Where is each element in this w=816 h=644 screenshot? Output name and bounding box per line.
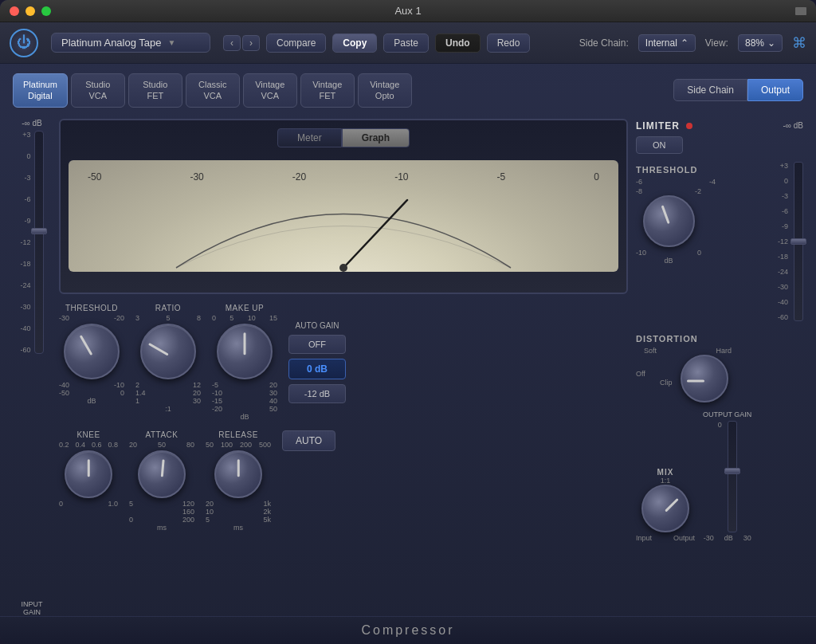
auto-gain-neg-button[interactable]: -12 dB — [288, 384, 346, 403]
threshold-bot-left: -50 — [59, 389, 69, 397]
auto-gain-section: AUTO GAIN OFF 0 dB -12 dB — [288, 304, 346, 403]
ratio-knob-group: RATIO 3 5 8 2 12 — [135, 304, 201, 413]
meter-tab-graph[interactable]: Graph — [342, 128, 410, 147]
output-button[interactable]: Output — [747, 79, 803, 101]
window-title: Aux 1 — [394, 5, 421, 17]
limiter-on-button[interactable]: ON — [636, 136, 683, 154]
knee-knob[interactable] — [65, 450, 112, 498]
ratio-knob[interactable] — [140, 324, 196, 379]
fader-scale-neg30: -30 — [20, 303, 30, 311]
attack-scale-bot2: 160 — [129, 508, 194, 516]
copy-button[interactable]: Copy — [332, 33, 377, 53]
preset-tab-studio-fet[interactable]: StudioFET — [128, 73, 182, 108]
meter-tab-meter[interactable]: Meter — [277, 128, 342, 147]
limiter-row: LIMITER -∞ dB — [636, 120, 803, 132]
preset-tab-vintage-fet[interactable]: VintageFET — [300, 73, 355, 108]
minimize-button[interactable] — [26, 6, 35, 16]
makeup-knob-indicator — [244, 332, 246, 355]
release-knob[interactable] — [214, 450, 262, 498]
attack-scale-bot3: 0 200 — [129, 516, 194, 524]
preset-tab-classic-vca[interactable]: ClassicVCA — [186, 73, 240, 108]
right-fader-strip: +3 0 -3 -6 -9 -12 -18 -24 -30 -40 -60 — [778, 162, 803, 321]
input-gain-strip: -∞ dB +3 0 -3 -6 -9 -12 -18 -24 -30 — [13, 119, 51, 616]
threshold-scale-mid: -40 -10 — [59, 381, 124, 389]
distortion-knob[interactable] — [681, 355, 728, 402]
attack-knob[interactable] — [138, 450, 186, 498]
threshold-unit: dB — [87, 397, 96, 405]
release-auto-button[interactable]: AUTO — [282, 430, 335, 451]
right-fader-handle[interactable] — [790, 238, 806, 245]
window-controls-right — [795, 7, 806, 15]
makeup-s2: 5 — [230, 314, 233, 322]
fader-scale-neg18: -18 — [20, 260, 30, 268]
right-threshold-scale1: -6 -4 — [636, 178, 716, 186]
view-label: View: — [705, 37, 728, 49]
maximize-button[interactable] — [41, 6, 51, 16]
output-fader-track[interactable] — [728, 421, 737, 532]
fader-scale-3: +3 — [22, 131, 30, 139]
fader-scale-neg9: -9 — [24, 217, 30, 225]
right-threshold-knob-indicator — [661, 206, 670, 224]
right-fader-track[interactable] — [794, 162, 803, 321]
side-chain-button[interactable]: Side Chain — [673, 79, 747, 101]
preset-tab-vintage-opto[interactable]: VintageOpto — [358, 73, 412, 108]
right-threshold-knob-container: -8 -2 -10 0 dB — [636, 187, 701, 265]
preset-tab-vintage-vca[interactable]: VintageVCA — [243, 73, 297, 108]
mix-knob[interactable] — [641, 485, 689, 532]
undo-button[interactable]: Undo — [435, 33, 481, 53]
right-threshold-knob[interactable] — [643, 195, 695, 247]
output-max: 30 — [743, 534, 751, 542]
makeup-bot6: 40 — [269, 397, 277, 405]
limiter-right-label: -∞ dB — [783, 121, 803, 130]
distortion-knob-indicator — [687, 380, 704, 383]
close-button[interactable] — [10, 6, 19, 16]
threshold-knob-indicator — [80, 335, 93, 355]
auto-gain-off-button[interactable]: OFF — [288, 335, 346, 354]
threshold-mid-right: -10 — [114, 381, 124, 389]
vu-label-neg50: -50 — [88, 171, 101, 183]
knee-top-r: 0.4 — [75, 441, 85, 449]
ratio-knob-label: RATIO — [155, 304, 181, 312]
window-minimize-icon[interactable] — [795, 7, 806, 15]
threshold-scale-bot: -50 0 — [59, 389, 124, 397]
svg-line-0 — [343, 200, 407, 268]
preset-tabs: PlatinumDigital StudioVCA StudioFET Clas… — [13, 73, 803, 108]
nav-prev-button[interactable]: ‹ — [223, 35, 241, 51]
threshold-top-left: -30 — [59, 314, 69, 322]
view-select[interactable]: 88% ⌄ — [738, 34, 783, 52]
side-chain-select[interactable]: Internal ⌃ — [638, 34, 696, 52]
power-button[interactable]: ⏻ — [10, 29, 38, 57]
redo-button[interactable]: Redo — [487, 33, 531, 53]
makeup-s1: 0 — [212, 314, 216, 322]
limiter-label: LIMITER — [636, 120, 680, 132]
makeup-knob[interactable] — [217, 324, 273, 379]
compare-button[interactable]: Compare — [266, 33, 326, 53]
ratio-unit: :1 — [165, 405, 171, 413]
distortion-soft: Soft — [644, 347, 657, 355]
makeup-bot7: -20 — [212, 405, 222, 413]
knee-top-r3: 0.8 — [108, 441, 118, 449]
link-icon[interactable]: ⌘ — [792, 34, 806, 52]
threshold-knob[interactable] — [64, 324, 120, 379]
fader-scale-neg6: -6 — [24, 195, 30, 203]
threshold-knob-group: THRESHOLD -30 -20 -40 -10 — [59, 304, 124, 405]
ratio-mid-right: 12 — [193, 381, 201, 389]
ratio-knob-indicator — [148, 342, 169, 355]
nav-next-button[interactable]: › — [242, 35, 260, 51]
makeup-bot2: 20 — [269, 381, 277, 389]
release-scale-top: 50 100 200 500 — [206, 441, 271, 449]
paste-button[interactable]: Paste — [383, 33, 429, 53]
makeup-knob-group: MAKE UP 0 5 10 15 -5 20 — [212, 304, 277, 421]
distortion-labels1: Soft Hard — [636, 347, 740, 355]
output-fader-handle[interactable] — [724, 468, 740, 474]
input-fader-track[interactable] — [34, 131, 44, 354]
plugin-selector[interactable]: Platinum Analog Tape ▼ — [51, 33, 210, 53]
preset-tab-studio-vca[interactable]: StudioVCA — [71, 73, 125, 108]
input-fader-handle[interactable] — [31, 228, 47, 234]
power-icon: ⏻ — [17, 34, 31, 51]
attack-scale-top: 20 50 80 — [129, 441, 194, 449]
preset-tab-platinum-digital[interactable]: PlatinumDigital — [13, 73, 68, 108]
release-knob-group: RELEASE 50 100 200 500 20 1k — [206, 430, 271, 532]
release-knob-indicator — [237, 459, 240, 477]
output-fader-scale: 0 — [718, 421, 724, 532]
